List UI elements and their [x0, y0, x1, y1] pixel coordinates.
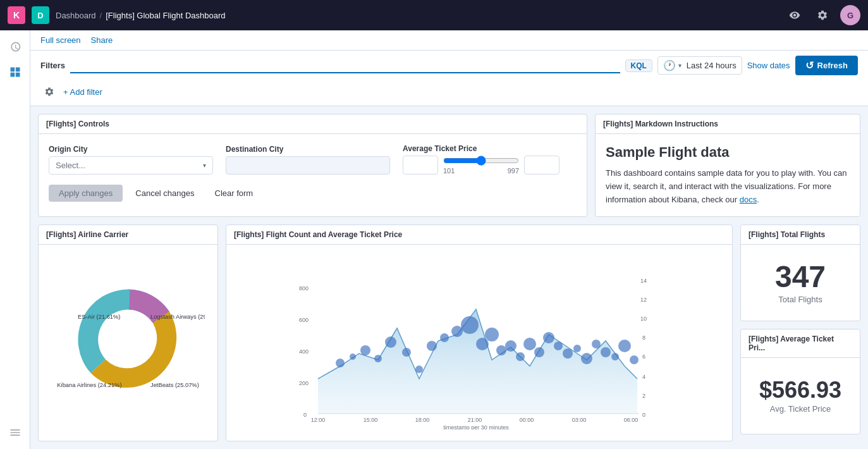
controls-row: Origin City Select... ▾ Destination City [49, 144, 577, 175]
svg-point-15 [336, 359, 345, 367]
markdown-body: Sample Flight data This dashboard contai… [596, 134, 860, 216]
chart-panel-title: [Flights] Flight Count and Average Ticke… [226, 225, 732, 245]
fullscreen-link[interactable]: Full screen [40, 35, 81, 50]
svg-text:21:00: 21:00 [468, 417, 482, 423]
content-area: Full screen Share Filters KQL 🕐 ▾ Last 2… [30, 30, 868, 449]
sidebar-hamburger-icon[interactable] [4, 421, 27, 444]
kibana-logo: K [8, 6, 25, 24]
svg-text:0: 0 [642, 412, 645, 418]
line-chart-container: 0 200 400 600 800 Average Ticket Price 0… [226, 245, 732, 434]
svg-point-29 [505, 340, 517, 352]
svg-point-30 [516, 352, 525, 361]
cancel-changes-button[interactable]: Cancel changes [128, 185, 202, 202]
svg-point-35 [563, 348, 573, 359]
svg-text:10: 10 [640, 316, 647, 322]
svg-text:14: 14 [640, 278, 647, 284]
origin-city-placeholder: Select... [56, 161, 85, 170]
donut-chart: ES-Air (21.61%) Logstash Airways (29 Kib… [51, 257, 205, 422]
svg-text:4: 4 [642, 374, 645, 380]
search-input-wrap [70, 58, 620, 73]
svg-text:600: 600 [299, 317, 309, 323]
clock-icon: 🕐 [663, 59, 676, 71]
range-slider-wrap: 101 997 [443, 156, 519, 175]
destination-city-label: Destination City [226, 145, 390, 154]
avg-ticket-price-group: Average Ticket Price 101 997 [403, 144, 559, 175]
svg-point-19 [385, 336, 396, 348]
time-picker[interactable]: 🕐 ▾ Last 24 hours [657, 56, 742, 75]
svg-text:200: 200 [299, 380, 309, 386]
airline-panel: [Flights] Airline Carrier [38, 225, 218, 441]
apply-changes-button[interactable]: Apply changes [49, 185, 123, 202]
show-dates-button[interactable]: Show dates [747, 61, 790, 70]
filters-label: Filters [40, 61, 65, 70]
controls-panel-title: [Flights] Controls [39, 114, 587, 134]
destination-city-input[interactable] [226, 156, 390, 175]
avg-ticket-price-label: Average Ticket Price [403, 144, 559, 153]
add-filter-button[interactable]: + Add filter [63, 87, 102, 97]
range-max-box[interactable] [524, 156, 559, 175]
gear-button[interactable] [40, 83, 58, 101]
sidebar-dashboard-icon[interactable] [4, 61, 27, 83]
top-nav: K D Dashboard / [Flights] Global Flight … [0, 0, 868, 30]
breadcrumb-separator: / [100, 11, 102, 20]
flight-chart-svg: 0 200 400 600 800 Average Ticket Price 0… [236, 252, 722, 429]
breadcrumb-base: Dashboard [56, 11, 96, 20]
kql-badge[interactable]: KQL [625, 59, 652, 72]
airline-panel-title: [Flights] Airline Carrier [39, 225, 217, 245]
svg-point-27 [485, 328, 499, 341]
total-flights-body: 347 Total Flights [741, 245, 860, 321]
settings-icon-btn[interactable] [812, 5, 833, 25]
airline-label-jetbeats: JetBeats (25.07%) [150, 382, 199, 388]
origin-city-group: Origin City Select... ▾ [49, 145, 213, 175]
sidebar-recent-icon[interactable] [4, 35, 27, 58]
svg-point-39 [601, 347, 611, 357]
svg-text:6: 6 [642, 354, 645, 360]
top-bar: Full screen Share Filters KQL 🕐 ▾ Last 2… [30, 30, 868, 106]
user-avatar[interactable]: G [840, 5, 860, 25]
svg-point-22 [427, 341, 437, 351]
svg-point-25 [461, 316, 479, 334]
svg-point-42 [630, 355, 639, 364]
markdown-text: This dashboard contains sample data for … [606, 167, 850, 206]
controls-panel: [Flights] Controls Origin City Select...… [38, 114, 587, 217]
svg-text:400: 400 [299, 348, 309, 355]
eyeglasses-icon-btn[interactable] [785, 5, 805, 25]
search-input[interactable] [70, 58, 620, 73]
total-flights-value: 347 [775, 262, 826, 292]
avg-ticket-title: [Flights] Average Ticket Pri... [741, 329, 860, 358]
stats-column: [Flights] Total Flights 347 Total Flight… [740, 225, 860, 441]
svg-point-31 [523, 338, 536, 350]
docs-link[interactable]: docs [740, 195, 757, 204]
airline-label-esair: ES-Air (21.61%) [78, 314, 120, 321]
total-flights-panel: [Flights] Total Flights 347 Total Flight… [740, 225, 860, 321]
dashboard-content: [Flights] Controls Origin City Select...… [30, 106, 868, 449]
filter-bar: Filters KQL 🕐 ▾ Last 24 hours Show dates… [30, 50, 868, 80]
svg-text:00:00: 00:00 [520, 417, 534, 423]
range-slider[interactable] [443, 156, 519, 166]
refresh-button[interactable]: ↺ Refresh [795, 56, 858, 75]
svg-text:18:00: 18:00 [415, 417, 430, 423]
svg-text:timestamp per 30 minutes: timestamp per 30 minutes [443, 424, 509, 429]
avg-ticket-value: $566.93 [759, 379, 841, 402]
svg-text:8: 8 [642, 335, 645, 341]
clear-form-button[interactable]: Clear form [207, 185, 261, 202]
svg-text:12: 12 [640, 297, 647, 303]
svg-text:06:00: 06:00 [624, 417, 639, 423]
svg-text:0: 0 [303, 412, 307, 418]
origin-city-select[interactable]: Select... ▾ [49, 156, 213, 175]
svg-point-36 [573, 345, 581, 352]
bottom-row: [Flights] Airline Carrier [38, 225, 860, 441]
svg-text:2: 2 [642, 393, 645, 399]
share-link[interactable]: Share [91, 35, 113, 50]
svg-point-21 [415, 366, 423, 373]
svg-point-20 [402, 348, 411, 357]
range-min-box[interactable] [403, 156, 438, 175]
markdown-panel: [Flights] Markdown Instructions Sample F… [595, 114, 860, 217]
chart-panel: [Flights] Flight Count and Average Ticke… [226, 225, 733, 441]
svg-point-32 [534, 347, 544, 357]
range-control: 101 997 [403, 156, 559, 175]
origin-city-chevron: ▾ [203, 162, 206, 169]
svg-point-34 [554, 341, 563, 350]
avg-ticket-body: $566.93 Avg. Ticket Price [741, 358, 860, 434]
range-labels: 101 997 [443, 167, 519, 175]
